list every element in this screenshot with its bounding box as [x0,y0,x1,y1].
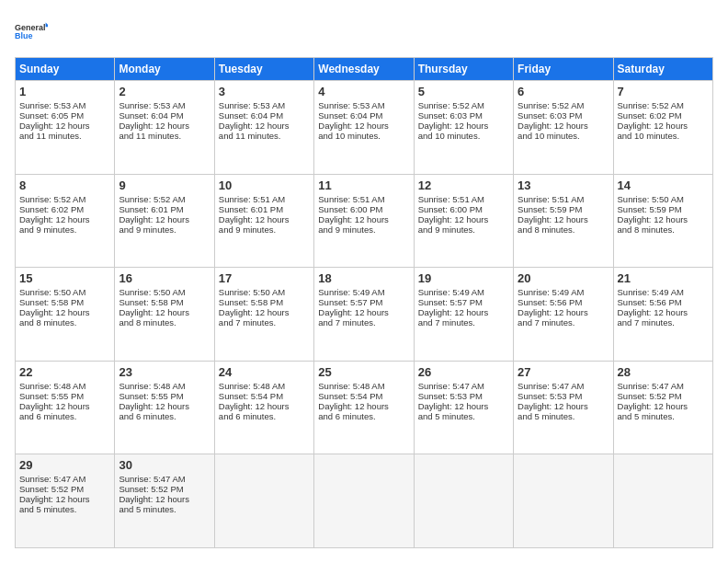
sunrise: Sunrise: 5:51 AM [318,194,384,204]
calendar-cell: 14 Sunrise: 5:50 AM Sunset: 5:59 PM Dayl… [613,174,712,268]
calendar-cell: 15 Sunrise: 5:50 AM Sunset: 5:58 PM Dayl… [16,268,115,362]
sunset: Sunset: 5:52 PM [19,484,84,494]
daylight-label: Daylight: 12 hours [518,121,588,131]
day-number: 16 [119,271,210,285]
daylight-label: Daylight: 12 hours [119,307,189,317]
daylight-minutes: and 8 minutes. [119,317,176,327]
calendar-week-5: 29 Sunrise: 5:47 AM Sunset: 5:52 PM Dayl… [16,454,713,548]
sunset: Sunset: 5:56 PM [618,297,682,307]
sunrise: Sunrise: 5:53 AM [119,100,185,110]
day-number: 1 [19,85,110,98]
calendar-cell [214,454,313,548]
calendar-header-thursday: Thursday [414,58,513,81]
sunrise: Sunrise: 5:51 AM [518,194,584,204]
calendar-cell: 22 Sunrise: 5:48 AM Sunset: 5:55 PM Dayl… [16,361,115,454]
day-number: 21 [618,271,709,285]
calendar-cell: 24 Sunrise: 5:48 AM Sunset: 5:54 PM Dayl… [214,361,313,454]
calendar-cell: 17 Sunrise: 5:50 AM Sunset: 5:58 PM Dayl… [214,268,313,362]
calendar-cell: 11 Sunrise: 5:51 AM Sunset: 6:00 PM Dayl… [314,174,414,268]
sunset: Sunset: 6:03 PM [418,110,483,121]
daylight-minutes: and 8 minutes. [518,224,574,235]
sunrise: Sunrise: 5:49 AM [618,287,684,297]
daylight-label: Daylight: 12 hours [19,494,90,504]
daylight-label: Daylight: 12 hours [418,307,489,317]
sunset: Sunset: 6:04 PM [119,110,183,121]
calendar-cell: 30 Sunrise: 5:47 AM Sunset: 5:52 PM Dayl… [115,454,214,548]
day-number: 22 [19,365,110,379]
daylight-minutes: and 5 minutes. [19,504,76,514]
calendar-cell: 19 Sunrise: 5:49 AM Sunset: 5:57 PM Dayl… [414,268,513,362]
calendar-header-monday: Monday [115,58,214,81]
calendar: SundayMondayTuesdayWednesdayThursdayFrid… [15,57,713,548]
calendar-header-sunday: Sunday [16,58,115,81]
sunrise: Sunrise: 5:52 AM [418,100,484,110]
sunset: Sunset: 6:05 PM [19,110,84,121]
day-number: 5 [418,85,509,98]
calendar-header-friday: Friday [514,58,613,81]
daylight-minutes: and 7 minutes. [518,317,574,327]
sunrise: Sunrise: 5:53 AM [219,100,285,110]
day-number: 7 [618,85,709,98]
sunrise: Sunrise: 5:53 AM [19,100,85,110]
calendar-cell: 25 Sunrise: 5:48 AM Sunset: 5:54 PM Dayl… [314,361,414,454]
calendar-week-2: 8 Sunrise: 5:52 AM Sunset: 6:02 PM Dayli… [16,174,713,268]
sunrise: Sunrise: 5:51 AM [219,194,285,204]
daylight-label: Daylight: 12 hours [418,214,489,224]
sunset: Sunset: 5:52 PM [618,391,682,401]
sunset: Sunset: 5:57 PM [418,297,483,307]
daylight-label: Daylight: 12 hours [318,307,389,317]
daylight-minutes: and 9 minutes. [219,224,276,235]
day-number: 26 [418,365,509,379]
daylight-minutes: and 7 minutes. [219,317,276,327]
day-number: 10 [219,178,310,192]
sunrise: Sunrise: 5:47 AM [119,474,185,484]
daylight-minutes: and 7 minutes. [318,317,375,327]
daylight-minutes: and 9 minutes. [19,224,76,235]
sunrise: Sunrise: 5:49 AM [418,287,484,297]
sunrise: Sunrise: 5:52 AM [119,194,185,204]
sunset: Sunset: 6:00 PM [418,204,483,214]
day-number: 24 [219,365,310,379]
daylight-label: Daylight: 12 hours [618,307,688,317]
calendar-cell: 28 Sunrise: 5:47 AM Sunset: 5:52 PM Dayl… [613,361,712,454]
day-number: 13 [518,178,609,192]
daylight-label: Daylight: 12 hours [119,121,189,131]
daylight-label: Daylight: 12 hours [19,307,90,317]
daylight-label: Daylight: 12 hours [219,121,290,131]
daylight-minutes: and 11 minutes. [119,131,181,141]
daylight-label: Daylight: 12 hours [219,401,290,411]
day-number: 6 [518,85,609,98]
sunrise: Sunrise: 5:52 AM [618,100,684,110]
daylight-label: Daylight: 12 hours [318,401,389,411]
calendar-cell: 18 Sunrise: 5:49 AM Sunset: 5:57 PM Dayl… [314,268,414,362]
day-number: 14 [618,178,709,192]
daylight-minutes: and 9 minutes. [418,224,475,235]
daylight-minutes: and 6 minutes. [318,411,375,421]
sunset: Sunset: 5:52 PM [119,484,183,494]
calendar-cell [414,454,513,548]
sunset: Sunset: 5:53 PM [418,391,483,401]
daylight-label: Daylight: 12 hours [618,121,688,131]
sunrise: Sunrise: 5:52 AM [518,100,584,110]
calendar-header-saturday: Saturday [613,58,712,81]
sunset: Sunset: 5:55 PM [119,391,183,401]
calendar-cell: 4 Sunrise: 5:53 AM Sunset: 6:04 PM Dayli… [314,81,414,175]
day-number: 25 [318,365,409,379]
daylight-label: Daylight: 12 hours [219,307,290,317]
daylight-minutes: and 7 minutes. [618,317,675,327]
daylight-minutes: and 10 minutes. [618,131,680,141]
sunset: Sunset: 6:01 PM [119,204,183,214]
calendar-cell: 29 Sunrise: 5:47 AM Sunset: 5:52 PM Dayl… [16,454,115,548]
sunrise: Sunrise: 5:48 AM [219,381,285,391]
calendar-cell: 10 Sunrise: 5:51 AM Sunset: 6:01 PM Dayl… [214,174,313,268]
sunset: Sunset: 6:02 PM [618,110,682,121]
calendar-cell: 16 Sunrise: 5:50 AM Sunset: 5:58 PM Dayl… [115,268,214,362]
calendar-week-1: 1 Sunrise: 5:53 AM Sunset: 6:05 PM Dayli… [16,81,713,175]
sunset: Sunset: 5:54 PM [318,391,382,401]
sunrise: Sunrise: 5:52 AM [19,194,85,204]
sunset: Sunset: 5:57 PM [318,297,382,307]
day-number: 2 [119,85,210,98]
daylight-label: Daylight: 12 hours [618,214,688,224]
calendar-week-4: 22 Sunrise: 5:48 AM Sunset: 5:55 PM Dayl… [16,361,713,454]
calendar-cell: 8 Sunrise: 5:52 AM Sunset: 6:02 PM Dayli… [16,174,115,268]
